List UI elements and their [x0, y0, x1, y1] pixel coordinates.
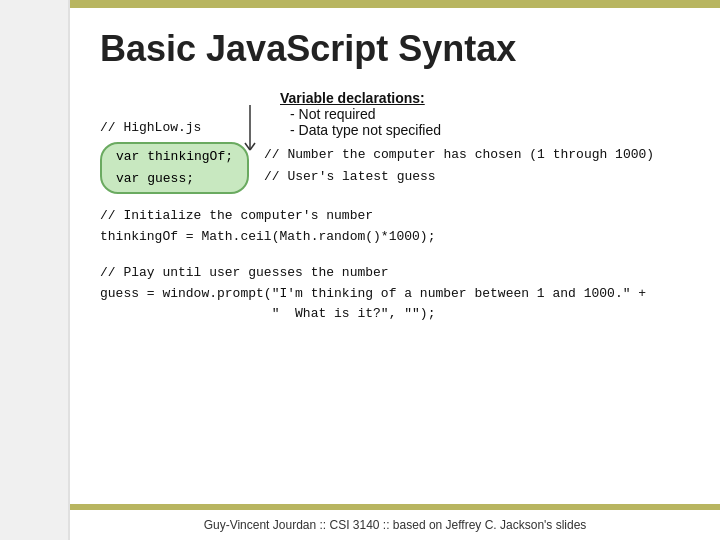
var-declarations-row: var thinkingOf; var guess; // Number the… — [100, 142, 690, 194]
var-highlight-box: var thinkingOf; var guess; — [100, 142, 249, 194]
top-bar — [70, 0, 720, 8]
comment-init: // Initialize the computer's number — [100, 206, 690, 227]
comment-guess: // User's latest guess — [264, 166, 654, 188]
left-stripe — [0, 0, 70, 540]
page-title: Basic JavaScript Syntax — [100, 28, 690, 70]
guess-line1: guess = window.prompt("I'm thinking of a… — [100, 284, 690, 305]
annotation-arrow — [240, 95, 290, 155]
highlow-comment: // HighLow.js — [100, 90, 240, 135]
annotation-block: Variable declarations: - Not required - … — [280, 90, 441, 138]
annotation-bullet1: - Not required — [290, 106, 441, 122]
var-line1: var thinkingOf; — [116, 146, 233, 168]
footer: Guy-Vincent Jourdan :: CSI 3140 :: based… — [70, 518, 720, 532]
init-line: thinkingOf = Math.ceil(Math.random()*100… — [100, 227, 690, 248]
main-content: Basic JavaScript Syntax // HighLow.js Va… — [70, 8, 720, 540]
guess-block: // Play until user guesses the number gu… — [100, 263, 690, 325]
annotation-area: Variable declarations: - Not required - … — [250, 90, 441, 138]
comment-number: // Number the computer has chosen (1 thr… — [264, 144, 654, 166]
var-comments: // Number the computer has chosen (1 thr… — [264, 142, 654, 188]
var-line2: var guess; — [116, 168, 233, 190]
comment-play: // Play until user guesses the number — [100, 263, 690, 284]
annotation-label: Variable declarations: — [280, 90, 441, 106]
annotation-bullet2: - Data type not specified — [290, 122, 441, 138]
init-block: // Initialize the computer's number thin… — [100, 206, 690, 248]
guess-line2: " What is it?", ""); — [100, 304, 690, 325]
